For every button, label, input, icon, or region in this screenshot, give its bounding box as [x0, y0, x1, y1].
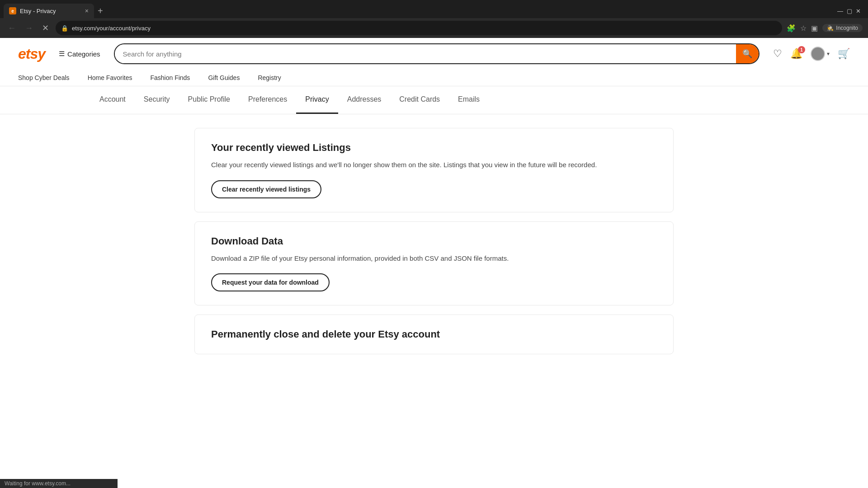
recently-viewed-section: Your recently viewed Listings Clear your… — [194, 128, 674, 212]
extensions-icon[interactable]: 🧩 — [787, 24, 796, 33]
etsy-header: etsy ☰ Categories 🔍 ♡ 🔔 — [0, 38, 868, 86]
tab-close-button[interactable]: × — [85, 7, 89, 14]
nav-gift-guides[interactable]: Gift Guides — [208, 74, 240, 81]
clear-recently-viewed-button[interactable]: Clear recently viewed listings — [211, 180, 321, 198]
address-box[interactable]: 🔒 etsy.com/your/account/privacy — [56, 21, 782, 35]
nav-home-favorites[interactable]: Home Favorites — [88, 74, 132, 81]
main-content: Your recently viewed Listings Clear your… — [185, 114, 683, 368]
nav-shop-cyber-deals[interactable]: Shop Cyber Deals — [18, 74, 70, 81]
maximize-button[interactable]: ▢ — [847, 8, 852, 14]
delete-account-title: Permanently close and delete your Etsy a… — [211, 328, 657, 340]
sidebar-icon[interactable]: ▣ — [811, 24, 818, 33]
favorites-button[interactable]: ♡ — [773, 48, 782, 60]
etsy-logo[interactable]: etsy — [18, 46, 45, 62]
chevron-down-icon: ▾ — [827, 51, 830, 57]
tab-public-profile[interactable]: Public Profile — [179, 86, 239, 114]
cart-button[interactable]: 🛒 — [838, 48, 850, 60]
notifications-button[interactable]: 🔔 1 — [790, 48, 802, 60]
address-bar-row: ← → ✕ 🔒 etsy.com/your/account/privacy 🧩 … — [0, 18, 868, 38]
categories-label: Categories — [67, 50, 100, 58]
request-data-download-button[interactable]: Request your data for download — [211, 273, 330, 291]
incognito-icon: 🕵 — [827, 25, 834, 31]
search-icon: 🔍 — [742, 49, 752, 59]
tab-favicon: e — [9, 7, 16, 14]
lock-icon: 🔒 — [61, 25, 68, 32]
browser-tab[interactable]: e Etsy - Privacy × — [4, 4, 94, 18]
hamburger-icon: ☰ — [59, 50, 65, 58]
tab-emails[interactable]: Emails — [449, 86, 489, 114]
search-bar: 🔍 — [114, 43, 760, 64]
etsy-page: etsy ☰ Categories 🔍 ♡ 🔔 — [0, 38, 868, 472]
tab-addresses[interactable]: Addresses — [338, 86, 391, 114]
tab-privacy[interactable]: Privacy — [296, 86, 338, 114]
tab-security[interactable]: Security — [135, 86, 179, 114]
header-icons: ♡ 🔔 1 ▾ 🛒 — [773, 47, 850, 61]
account-tabs: Account Security Public Profile Preferen… — [0, 86, 868, 114]
download-data-title: Download Data — [211, 235, 657, 247]
download-data-section: Download Data Download a ZIP file of you… — [194, 221, 674, 306]
minimize-button[interactable]: — — [837, 8, 843, 14]
delete-account-section: Permanently close and delete your Etsy a… — [194, 314, 674, 354]
reload-button[interactable]: ✕ — [40, 22, 51, 34]
search-button[interactable]: 🔍 — [736, 44, 759, 63]
incognito-label: Incognito — [836, 25, 858, 31]
download-data-description: Download a ZIP file of your Etsy persona… — [211, 253, 657, 264]
recently-viewed-description: Clear your recently viewed listings and … — [211, 160, 657, 170]
avatar — [811, 47, 825, 61]
main-navigation: Shop Cyber Deals Home Favorites Fashion … — [18, 70, 850, 86]
browser-actions: 🧩 ☆ ▣ 🕵 Incognito — [787, 24, 863, 33]
url-display: etsy.com/your/account/privacy — [72, 25, 777, 32]
cart-icon: 🛒 — [838, 48, 850, 59]
tab-preferences[interactable]: Preferences — [239, 86, 296, 114]
etsy-header-top: etsy ☰ Categories 🔍 ♡ 🔔 — [18, 38, 850, 70]
recently-viewed-title: Your recently viewed Listings — [211, 142, 657, 154]
browser-window-controls: — ▢ ✕ — [837, 8, 864, 14]
nav-registry[interactable]: Registry — [258, 74, 281, 81]
notification-badge: 1 — [798, 46, 805, 53]
incognito-badge: 🕵 Incognito — [822, 24, 863, 32]
close-button[interactable]: ✕ — [856, 8, 861, 14]
browser-chrome: e Etsy - Privacy × + — ▢ ✕ ← → ✕ 🔒 etsy.… — [0, 0, 868, 472]
back-button[interactable]: ← — [5, 23, 18, 34]
heart-icon: ♡ — [773, 48, 782, 59]
tab-credit-cards[interactable]: Credit Cards — [390, 86, 449, 114]
tab-account[interactable]: Account — [90, 86, 135, 114]
categories-button[interactable]: ☰ Categories — [59, 50, 100, 58]
tab-bar: e Etsy - Privacy × + — ▢ ✕ — [0, 0, 868, 18]
account-button[interactable]: ▾ — [811, 47, 830, 61]
nav-fashion-finds[interactable]: Fashion Finds — [150, 74, 190, 81]
bookmark-icon[interactable]: ☆ — [800, 24, 807, 33]
forward-button[interactable]: → — [23, 23, 35, 34]
search-input[interactable] — [115, 44, 736, 63]
tab-title: Etsy - Privacy — [20, 8, 56, 14]
new-tab-button[interactable]: + — [94, 6, 107, 16]
